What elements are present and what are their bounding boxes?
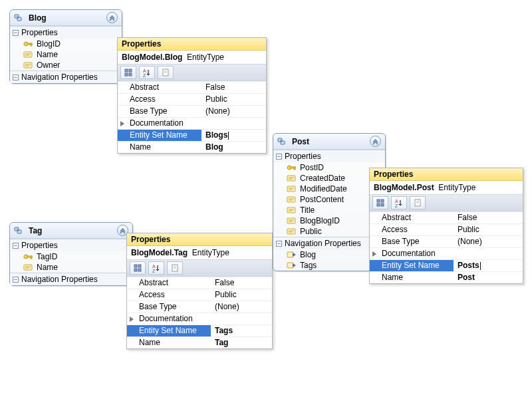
propgrid-label: Entity Set Name <box>118 130 201 141</box>
propgrid-label: Entity Set Name <box>370 260 454 271</box>
propgrid-object: BlogModel.Blog EntityType <box>118 51 266 64</box>
propgrid-rows: AbstractFalseAccessPublicBase Type(None)… <box>118 81 266 153</box>
propgrid-value[interactable] <box>201 118 266 129</box>
propgrid-blog[interactable]: Properties BlogModel.Blog EntityType Abs… <box>117 37 267 154</box>
property-row[interactable]: PostID <box>273 162 385 173</box>
propgrid-row[interactable]: AccessPublic <box>127 289 272 301</box>
propgrid-rows: AbstractFalseAccessPublicBase Type(None)… <box>127 277 272 348</box>
property-row[interactable]: BlogID <box>10 39 122 49</box>
propgrid-value[interactable]: Post <box>454 272 523 283</box>
propgrid-value[interactable]: False <box>454 212 523 223</box>
categorized-button[interactable] <box>120 66 136 79</box>
propgrid-row[interactable]: Base Type(None) <box>370 235 523 247</box>
property-row[interactable]: Name <box>10 49 122 60</box>
alphabetical-button[interactable] <box>391 196 407 209</box>
propgrid-value[interactable]: Blogs <box>201 130 266 141</box>
scalar-icon <box>23 263 34 272</box>
propgrid-row[interactable]: Entity Set NameTags <box>127 325 272 336</box>
property-row[interactable]: CreatedDate <box>273 173 385 184</box>
entity-header[interactable]: Blog <box>10 10 122 26</box>
entity-header[interactable]: Tag <box>10 223 132 239</box>
object-path: BlogModel.Blog <box>122 53 182 62</box>
propgrid-label: Abstract <box>370 212 454 223</box>
propgrid-row[interactable]: AccessPublic <box>118 93 266 105</box>
propgrid-value[interactable]: (None) <box>211 301 272 313</box>
propgrid-row[interactable]: AbstractFalse <box>118 81 266 93</box>
minus-icon[interactable]: − <box>276 241 282 247</box>
key-icon <box>23 252 34 261</box>
propgrid-value[interactable]: Tag <box>211 337 272 348</box>
propgrid-row[interactable]: Entity Set NamePosts <box>370 259 523 271</box>
propgrid-row[interactable]: NameBlog <box>118 141 266 153</box>
object-type: EntityType <box>436 183 475 192</box>
propgrid-rows: AbstractFalseAccessPublicBase Type(None)… <box>370 211 523 283</box>
propgrid-value[interactable]: Public <box>211 289 272 301</box>
propgrid-value[interactable] <box>211 313 272 325</box>
propgrid-label: Access <box>118 94 201 105</box>
propgrid-toolbar <box>370 194 523 211</box>
scalar-icon <box>287 227 297 236</box>
property-row[interactable]: BlogBlogID <box>273 215 385 226</box>
expand-icon[interactable] <box>119 119 126 126</box>
nav-row[interactable]: Blog <box>273 249 385 260</box>
propgrid-row[interactable]: Documentation <box>370 247 523 259</box>
propertypages-button[interactable] <box>167 261 183 275</box>
key-icon <box>287 163 297 172</box>
propgrid-row[interactable]: Base Type(None) <box>127 301 272 313</box>
propgrid-value[interactable]: Blog <box>201 142 266 153</box>
propgrid-row[interactable]: NameTag <box>127 336 272 348</box>
propertypages-button[interactable] <box>158 66 174 79</box>
expand-icon[interactable] <box>128 315 135 321</box>
entity-header[interactable]: Post <box>273 134 385 150</box>
property-row[interactable]: Title <box>273 205 385 215</box>
property-row[interactable]: PostContent <box>273 194 385 205</box>
scalar-icon <box>23 50 34 59</box>
property-row[interactable]: Name <box>10 262 132 273</box>
property-row[interactable]: Public <box>273 226 385 237</box>
propgrid-label: Base Type <box>118 106 201 117</box>
propgrid-label: Entity Set Name <box>127 325 211 336</box>
nav-row[interactable]: Tags <box>273 260 385 271</box>
scalar-icon <box>287 216 297 225</box>
property-row[interactable]: Owner <box>10 60 122 70</box>
expand-icon[interactable] <box>371 249 378 256</box>
propgrid-row[interactable]: Base Type(None) <box>118 105 266 117</box>
propgrid-label: Name <box>127 337 211 348</box>
alphabetical-button[interactable] <box>148 261 164 275</box>
propgrid-value[interactable]: Public <box>201 94 266 105</box>
propgrid-value[interactable]: False <box>201 82 266 93</box>
propgrid-label: Documentation <box>118 118 201 129</box>
object-path: BlogModel.Tag <box>131 248 188 257</box>
scalar-icon <box>287 184 297 194</box>
propgrid-row[interactable]: Entity Set NameBlogs <box>118 129 266 141</box>
propgrid-value[interactable]: (None) <box>201 106 266 117</box>
propgrid-value[interactable]: (None) <box>454 236 523 247</box>
categorized-button[interactable] <box>372 196 388 209</box>
propgrid-value[interactable]: Public <box>454 224 523 235</box>
propgrid-row[interactable]: Documentation <box>127 313 272 325</box>
propgrid-row[interactable]: AbstractFalse <box>370 211 523 223</box>
entity-blog[interactable]: Blog − Properties BlogID Name Owner − Na… <box>9 9 122 84</box>
propgrid-label: Name <box>370 272 454 283</box>
propertypages-button[interactable] <box>410 196 426 209</box>
entity-tag[interactable]: Tag − Properties TagID Name − Navigation… <box>9 222 133 286</box>
propgrid-value[interactable] <box>454 248 523 259</box>
propgrid-row[interactable]: AbstractFalse <box>127 277 272 289</box>
propgrid-row[interactable]: AccessPublic <box>370 223 523 235</box>
propgrid-row[interactable]: NamePost <box>370 271 523 283</box>
propgrid-object: BlogModel.Post EntityType <box>370 181 523 194</box>
alphabetical-button[interactable] <box>139 66 155 79</box>
property-row[interactable]: ModifiedDate <box>273 184 385 194</box>
object-type: EntityType <box>190 248 229 257</box>
property-row[interactable]: TagID <box>10 251 132 262</box>
categorized-button[interactable] <box>130 261 146 275</box>
nav-icon <box>287 250 297 259</box>
scalar-icon <box>287 205 297 215</box>
propgrid-value[interactable]: Tags <box>211 325 272 336</box>
propgrid-post[interactable]: Properties BlogModel.Post EntityType Abs… <box>369 168 523 284</box>
propgrid-value[interactable]: Posts <box>454 260 523 271</box>
entity-icon <box>14 13 25 23</box>
propgrid-tag[interactable]: Properties BlogModel.Tag EntityType Abst… <box>126 233 273 349</box>
propgrid-value[interactable]: False <box>211 277 272 289</box>
propgrid-row[interactable]: Documentation <box>118 117 266 129</box>
